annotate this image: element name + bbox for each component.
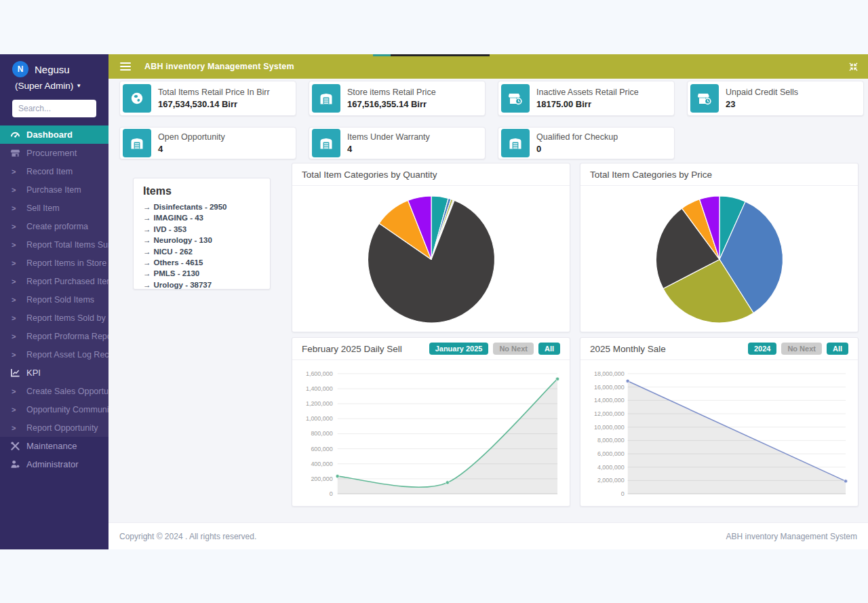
item-link-disinfectants[interactable]: →Disinfectants - 2950 [143, 201, 260, 212]
item-link-others[interactable]: →Others - 4615 [143, 257, 260, 268]
stat-title: Items Under Warranty [347, 132, 430, 142]
chevron-right-icon: > [12, 387, 20, 395]
next-period-button[interactable]: No Next [781, 343, 822, 355]
panel-title: Total Item Categories by Price [590, 170, 712, 180]
sidebar-item-kpi[interactable]: KPI [0, 364, 108, 382]
prev-period-button[interactable]: 2024 [748, 343, 776, 355]
stat-card-inactive-assets-retail-price: Inactive Assets Retail Price18175.00 Bir… [498, 81, 675, 116]
chevron-right-icon: > [12, 259, 20, 267]
stat-value: 4 [158, 144, 225, 154]
sidebar-item-report-items-sold-by-item[interactable]: >Report Items Sold by Item [0, 309, 108, 327]
svg-text:1,600,000: 1,600,000 [306, 370, 333, 377]
arrow-right-icon: → [143, 224, 151, 235]
svg-text:8,000,000: 8,000,000 [597, 437, 625, 444]
all-button[interactable]: All [827, 343, 848, 355]
sidebar-item-label: Report Items Sold by Item [26, 313, 108, 323]
prev-period-button[interactable]: January 2025 [429, 343, 489, 355]
pie-panel-price: Total Item Categories by Price [580, 163, 859, 332]
sidebar-item-report-total-items-summary[interactable]: >Report Total Items Summary [0, 235, 108, 254]
search-input[interactable] [12, 100, 96, 117]
sidebar-menu: Dashboard Procurement >Record Item >Purc… [0, 125, 108, 473]
chevron-right-icon: > [12, 204, 20, 212]
sidebar-item-report-opportunity[interactable]: >Report Opportunity [0, 419, 108, 437]
user-role-dropdown[interactable]: (Super Admin)▼ [15, 81, 108, 91]
stat-card-store-items-retail-price: Store items Retail Price167,516,355.14 B… [309, 81, 486, 116]
fullscreen-compress-icon[interactable] [848, 62, 859, 72]
svg-text:6,000,000: 6,000,000 [597, 450, 625, 457]
sidebar-item-report-sold-items[interactable]: >Report Sold Items [0, 290, 108, 309]
pie-chart-quantity [292, 186, 570, 332]
sidebar-item-maintenance[interactable]: Maintenance [0, 437, 108, 455]
stat-title: Qualified for Checkup [536, 132, 618, 142]
chevron-right-icon: > [12, 241, 20, 249]
sidebar-item-purchase-item[interactable]: >Purchase Item [0, 180, 108, 199]
sidebar-item-label: Report Opportunity [26, 423, 98, 433]
items-panel-title: Items [143, 185, 260, 197]
svg-text:16,000,000: 16,000,000 [594, 384, 625, 391]
line-chart-daily-sell: 0200,000400,000600,000800,0001,000,0001,… [292, 360, 570, 507]
sidebar-item-sell-item[interactable]: >Sell Item [0, 199, 108, 217]
next-period-button[interactable]: No Next [493, 343, 534, 355]
sidebar-item-create-sales-opportunity[interactable]: >Create Sales Opportunity [0, 382, 108, 400]
sidebar-item-label: Purchase Item [26, 185, 81, 195]
stat-title: Unpaid Credit Sells [726, 87, 798, 97]
sidebar-item-procurement[interactable]: Procurement [0, 144, 108, 162]
sidebar-item-report-items-in-store[interactable]: >Report Items in Store [0, 254, 108, 272]
stat-title: Store items Retail Price [347, 87, 436, 97]
chevron-right-icon: > [12, 332, 20, 341]
app-title: ABH inventory Management System [144, 62, 294, 71]
stat-title: Total Items Retail Price In Birr [158, 87, 270, 97]
pie-panel-quantity: Total Item Categories by Quantity [292, 163, 570, 332]
header-artifact [373, 54, 490, 56]
item-link-label: Disinfectants - 2950 [154, 201, 227, 212]
sidebar-item-opportunity-communication[interactable]: >Opportunity Communication [0, 400, 108, 419]
line-panel-daily-sell: February 2025 Daily Sell January 2025 No… [292, 337, 570, 507]
sidebar: N Negusu (Super Admin)▼ Dashboard Procur… [0, 54, 108, 549]
sidebar-item-report-asset-log-record[interactable]: >Report Asset Log Record [0, 345, 108, 364]
warehouse-icon [501, 129, 530, 157]
sidebar-item-administrator[interactable]: Administrator [0, 455, 108, 473]
sidebar-item-label: Record Item [26, 167, 73, 176]
svg-text:14,000,000: 14,000,000 [594, 397, 625, 404]
chevron-right-icon: > [12, 168, 20, 176]
svg-text:0: 0 [621, 490, 625, 497]
svg-text:18,000,000: 18,000,000 [594, 370, 625, 377]
item-link-imaging[interactable]: →IMAGING - 43 [143, 212, 260, 223]
stat-title: Open Opportunity [158, 132, 225, 142]
sidebar-item-report-purchased-items[interactable]: >Report Purchased Items [0, 272, 108, 290]
sidebar-item-dashboard[interactable]: Dashboard [0, 125, 108, 144]
item-link-nicu[interactable]: →NICU - 262 [143, 246, 260, 257]
svg-text:200,000: 200,000 [311, 475, 332, 482]
sidebar-item-label: Opportunity Communication [26, 405, 108, 414]
tools-icon [9, 441, 21, 451]
svg-text:400,000: 400,000 [311, 461, 332, 467]
stat-value: 4 [347, 144, 430, 154]
arrow-right-icon: → [143, 268, 151, 279]
item-link-pmls[interactable]: →PMLS - 2130 [143, 268, 260, 279]
all-button[interactable]: All [538, 343, 560, 355]
item-link-neurology[interactable]: →Neurology - 130 [143, 235, 260, 246]
sidebar-item-label: Report Sold Items [26, 295, 94, 305]
sidebar-item-create-proforma[interactable]: >Create proforma [0, 217, 108, 235]
arrow-right-icon: → [143, 246, 151, 257]
sidebar-item-report-proforma-reports[interactable]: >Report Proforma Reports [0, 327, 108, 345]
user-menu[interactable]: N Negusu [12, 61, 108, 77]
menu-icon[interactable] [120, 60, 131, 73]
content: Total Items Retail Price In Birr167,534,… [108, 79, 868, 549]
sidebar-item-label: Report Asset Log Record [26, 350, 108, 359]
user-block: N Negusu (Super Admin)▼ [0, 54, 108, 91]
chevron-right-icon: > [12, 406, 20, 414]
sidebar-item-label: Create Sales Opportunity [26, 387, 108, 396]
stat-value: 167,516,355.14 Birr [347, 99, 436, 109]
item-link-ivd[interactable]: →IVD - 353 [143, 224, 260, 235]
sidebar-item-record-item[interactable]: >Record Item [0, 162, 108, 180]
sidebar-item-label: Report Total Items Summary [26, 240, 108, 250]
avatar[interactable]: N [12, 61, 28, 77]
item-link-label: PMLS - 2130 [154, 268, 200, 279]
stat-card-qualified-for-checkup: Qualified for Checkup0 [498, 127, 675, 159]
footer: Copyright © 2024 . All rights reserved. … [108, 522, 868, 549]
chevron-right-icon: > [12, 351, 20, 359]
store-clock-icon [501, 84, 530, 113]
item-link-urology[interactable]: →Urology - 38737 [143, 279, 260, 290]
sidebar-item-label: Administrator [26, 459, 79, 469]
